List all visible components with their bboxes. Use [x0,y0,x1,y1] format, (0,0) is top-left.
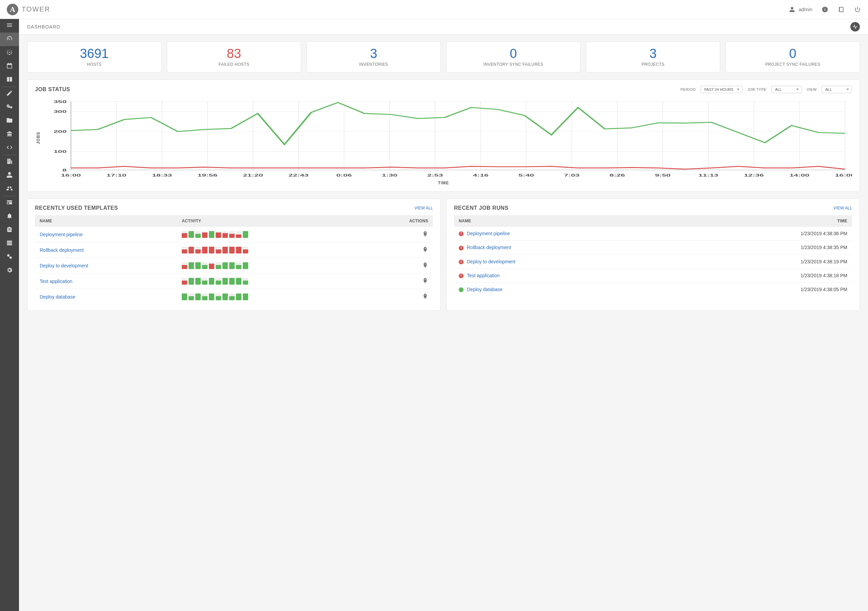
sidebar-item-management-jobs[interactable] [0,223,19,237]
activity-sparkline [182,262,358,269]
summary-card-projects[interactable]: 3PROJECTS [586,41,720,73]
summary-label: INVENTORY SYNC FAILURES [450,62,577,67]
template-link[interactable]: Deployment pipeline [40,232,83,237]
jobtype-select[interactable]: ALL [771,86,802,93]
sidebar-item-credential-types[interactable] [0,196,19,210]
topbar: A TOWER admin [0,0,868,19]
template-link[interactable]: Test application [40,278,73,284]
svg-text:2:53: 2:53 [427,173,443,177]
sidebar-item-users[interactable] [0,169,19,182]
projects-icon [6,117,13,125]
sidebar-item-schedule[interactable] [0,60,19,73]
activity-icon [852,24,858,29]
period-select[interactable]: PAST 24 HOURS [701,86,742,93]
svg-text:22:43: 22:43 [288,173,308,177]
summary-card-inventories[interactable]: 3INVENTORIES [307,41,441,73]
templates-view-all-link[interactable]: VIEW ALL [414,206,433,210]
summary-value: 3 [310,47,437,60]
svg-text:350: 350 [54,99,67,104]
sidebar-item-projects[interactable] [0,114,19,128]
rocket-icon [422,246,428,254]
templates-table: NAME ACTIVITY ACTIONS Deployment pipelin… [35,215,433,304]
sidebar-item-instance-groups[interactable] [0,237,19,251]
templates-header-activity: ACTIVITY [177,215,363,227]
rocket-icon [422,293,428,300]
sidebar-item-notifications[interactable] [0,210,19,223]
activity-stream-button[interactable] [850,22,860,31]
jobtype-label: JOB TYPE [747,87,767,91]
template-link[interactable]: Deploy to development [40,263,88,268]
template-link[interactable]: Rollback deployment [40,247,84,253]
management-jobs-icon [6,226,13,234]
docs-icon[interactable] [837,6,845,13]
job-link[interactable]: Deploy to development [467,259,515,265]
templates-header-actions: ACTIONS [363,215,433,227]
job-link[interactable]: Test application [467,273,500,278]
power-icon[interactable] [854,6,861,13]
logo-mark-icon: A [7,4,18,15]
sidebar-item-teams[interactable] [0,182,19,196]
sidebar-item-organizations[interactable] [0,155,19,169]
view-select[interactable]: ALL [822,86,852,93]
summary-card-failed-hosts[interactable]: 83FAILED HOSTS [167,41,301,73]
summary-card-inventory-sync-failures[interactable]: 0INVENTORY SYNC FAILURES [446,41,580,73]
sidebar-item-templates[interactable] [0,87,19,101]
users-icon [6,172,13,179]
summary-value: 3 [590,47,716,60]
sidebar-item-applications[interactable] [0,251,19,264]
organizations-icon [6,158,13,166]
sidebar-item-credentials[interactable] [0,101,19,114]
job-time: 1/23/2019 4:38:36 PM [801,231,847,236]
table-row: Test application [35,274,433,289]
activity-sparkline [182,294,358,300]
chart-xlabel: TIME [35,181,852,186]
svg-text:19:56: 19:56 [197,173,217,177]
runs-view-all-link[interactable]: VIEW ALL [834,206,852,210]
template-link[interactable]: Deploy database [40,294,75,300]
job-link[interactable]: Deploy database [467,287,502,292]
job-link[interactable]: Deployment pipeline [467,231,510,236]
svg-text:100: 100 [54,149,67,153]
launch-button[interactable] [422,293,428,300]
summary-label: HOSTS [31,62,158,67]
launch-button[interactable] [422,262,428,269]
launch-button[interactable] [422,278,428,285]
hamburger-icon [6,22,13,30]
runs-panel: RECENT JOB RUNS VIEW ALL NAME TIME Deplo… [446,199,860,311]
svg-text:8:26: 8:26 [609,173,625,177]
user-icon [788,6,796,13]
current-user[interactable]: admin [788,6,812,13]
table-row: Deploy database [35,289,433,305]
sidebar-item-inventory-scripts[interactable] [0,141,19,155]
sidebar-item-dashboard[interactable] [0,32,19,46]
templates-icon [6,90,13,98]
rocket-icon [422,262,428,269]
rocket-icon [422,231,428,238]
svg-text:12:36: 12:36 [744,173,764,177]
runs-title: RECENT JOB RUNS [454,205,508,211]
job-link[interactable]: Rollback deployment [467,245,511,250]
brand-name: TOWER [22,5,50,13]
job-time: 1/23/2019 4:38:05 PM [801,287,847,292]
svg-text:200: 200 [54,129,67,133]
launch-button[interactable] [422,246,428,254]
summary-card-project-sync-failures[interactable]: 0PROJECT SYNC FAILURES [725,41,860,73]
info-icon[interactable] [821,6,829,13]
summary-value: 3691 [31,47,158,60]
period-label: PERIOD [680,87,696,91]
inventories-icon [6,130,13,139]
status-icon [459,260,463,265]
summary-label: PROJECT SYNC FAILURES [729,62,856,67]
instance-groups-icon [6,240,13,248]
sidebar-item-jobs[interactable] [0,46,19,60]
summary-card-hosts[interactable]: 3691HOSTS [27,41,161,73]
brand-logo[interactable]: A TOWER [7,4,50,15]
sidebar-item-inventories[interactable] [0,128,19,141]
launch-button[interactable] [422,231,428,238]
svg-text:5:40: 5:40 [518,173,534,177]
sidebar-item-hamburger[interactable] [0,19,19,32]
sidebar-item-portal[interactable] [0,73,19,87]
sidebar-item-settings[interactable] [0,264,19,278]
breadcrumb: DASHBOARD [19,19,868,34]
svg-text:7:03: 7:03 [564,173,580,177]
